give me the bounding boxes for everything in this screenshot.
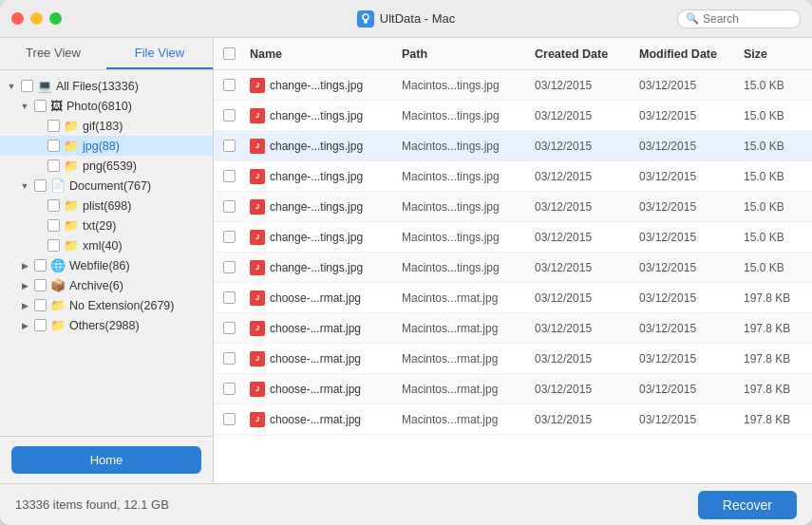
table-row[interactable]: J choose-...rmat.jpg Macintos...rmat.jpg… [214,374,812,404]
table-row[interactable]: J change-...tings.jpg Macintos...tings.j… [214,131,812,161]
row-checkbox[interactable] [223,261,250,273]
sidebar-item-jpg[interactable]: 📁 jpg(88) [0,136,213,156]
row-select-checkbox[interactable] [223,291,236,304]
recover-button[interactable]: Recover [698,491,797,519]
header-checkbox-col [223,47,250,60]
sidebar-item-all[interactable]: ▼ 💻 All Files(13336) [0,76,213,96]
row-checkbox[interactable] [223,200,250,213]
row-select-checkbox[interactable] [223,79,236,91]
row-checkbox[interactable] [223,413,250,425]
tree-checkbox-jpg[interactable] [47,140,60,152]
maximize-button[interactable] [49,12,62,25]
close-button[interactable] [11,12,24,25]
sidebar-item-xml[interactable]: 📁 xml(40) [0,235,213,255]
home-button[interactable]: Home [11,446,201,474]
row-size: 15.0 KB [744,109,812,122]
sidebar-item-plist[interactable]: 📁 plist(698) [0,196,213,216]
app-icon [357,10,374,28]
row-checkbox[interactable] [223,291,250,304]
search-box[interactable]: 🔍 [677,9,801,28]
row-select-checkbox[interactable] [223,140,236,152]
sidebar-item-photo[interactable]: ▼ 🖼 Photo(6810) [0,96,213,116]
row-select-checkbox[interactable] [223,322,236,334]
tree-checkbox-all[interactable] [21,80,33,92]
tree-arrow-webfile: ▶ [19,260,30,272]
tree-checkbox-gif[interactable] [47,120,60,132]
table-row[interactable]: J choose-...rmat.jpg Macintos...rmat.jpg… [214,313,812,344]
search-input[interactable] [703,12,792,26]
sidebar-item-png[interactable]: 📁 png(6539) [0,156,213,176]
tree-checkbox-archive[interactable] [34,279,47,291]
table-row[interactable]: J choose-...rmat.jpg Macintos...rmat.jpg… [214,404,812,435]
folder-icon-photo: 🖼 [50,99,63,113]
sidebar-item-noext[interactable]: ▶ 📁 No Extension(2679) [0,295,213,315]
select-all-checkbox[interactable] [223,47,236,60]
row-path: Macintos...rmat.jpg [402,413,535,426]
file-name-text: change-...tings.jpg [270,200,363,214]
row-size: 15.0 KB [744,261,812,274]
table-row[interactable]: J change-...tings.jpg Macintos...tings.j… [214,161,812,192]
row-checkbox[interactable] [223,231,250,243]
table-row[interactable]: J change-...tings.jpg Macintos...tings.j… [214,192,812,222]
tree-checkbox-noext[interactable] [34,299,47,311]
table-row[interactable]: J change-...tings.jpg Macintos...tings.j… [214,253,812,283]
row-name: J change-...tings.jpg [250,230,402,245]
tree-arrow-xml [32,240,44,252]
file-name-text: choose-...rmat.jpg [270,352,361,366]
table-row[interactable]: J change-...tings.jpg Macintos...tings.j… [214,101,812,131]
row-name: J change-...tings.jpg [250,108,402,123]
tree-container[interactable]: ▼ 💻 All Files(13336) ▼ 🖼 Photo(6810) 📁 g… [0,70,213,436]
sidebar-item-webfile[interactable]: ▶ 🌐 Webfile(86) [0,255,213,275]
row-select-checkbox[interactable] [223,413,236,425]
tab-tree-view[interactable]: Tree View [0,38,106,69]
row-select-checkbox[interactable] [223,170,236,182]
row-select-checkbox[interactable] [223,109,236,122]
svg-point-0 [363,14,368,20]
row-select-checkbox[interactable] [223,383,236,395]
tree-checkbox-png[interactable] [47,159,60,172]
row-checkbox[interactable] [223,170,250,182]
sidebar-item-txt[interactable]: 📁 txt(29) [0,216,213,235]
tree-checkbox-photo[interactable] [34,100,47,112]
row-select-checkbox[interactable] [223,200,236,213]
row-checkbox[interactable] [223,79,250,91]
table-row[interactable]: J choose-...rmat.jpg Macintos...rmat.jpg… [214,283,812,313]
file-list[interactable]: J change-...tings.jpg Macintos...tings.j… [214,70,812,483]
tree-checkbox-txt[interactable] [47,219,60,232]
row-created-date: 03/12/2015 [535,140,639,153]
sidebar-item-document[interactable]: ▼ 📄 Document(767) [0,176,213,196]
table-row[interactable]: J change-...tings.jpg Macintos...tings.j… [214,70,812,101]
tree-checkbox-others[interactable] [34,319,47,331]
sidebar-item-gif[interactable]: 📁 gif(183) [0,116,213,136]
row-select-checkbox[interactable] [223,231,236,243]
row-path: Macintos...tings.jpg [402,170,535,183]
file-name-text: choose-...rmat.jpg [270,413,361,426]
window-controls [11,12,62,25]
row-size: 15.0 KB [744,170,812,183]
row-checkbox[interactable] [223,322,250,334]
tree-arrow-others: ▶ [19,320,30,331]
tab-file-view[interactable]: File View [106,38,213,69]
row-checkbox[interactable] [223,352,250,365]
tree-checkbox-webfile[interactable] [34,259,47,272]
row-checkbox[interactable] [223,140,250,152]
row-name: J change-...tings.jpg [250,169,402,184]
col-header-created: Created Date [535,47,639,61]
tree-checkbox-xml[interactable] [47,239,60,252]
col-header-name: Name [250,47,402,61]
row-select-checkbox[interactable] [223,261,236,273]
tree-checkbox-plist[interactable] [47,199,60,212]
row-select-checkbox[interactable] [223,352,236,365]
sidebar-item-others[interactable]: ▶ 📁 Others(2988) [0,315,213,335]
row-checkbox[interactable] [223,383,250,395]
folder-icon-archive: 📦 [50,278,66,292]
tree-checkbox-document[interactable] [34,179,47,192]
table-row[interactable]: J change-...tings.jpg Macintos...tings.j… [214,222,812,253]
tree-label-xml: xml(40) [83,239,123,253]
minimize-button[interactable] [30,12,43,25]
tree-arrow-document: ▼ [19,180,30,192]
table-row[interactable]: J choose-...rmat.jpg Macintos...rmat.jpg… [214,344,812,374]
sidebar: Tree View File View ▼ 💻 All Files(13336)… [0,38,214,483]
sidebar-item-archive[interactable]: ▶ 📦 Archive(6) [0,275,213,295]
row-checkbox[interactable] [223,109,250,122]
